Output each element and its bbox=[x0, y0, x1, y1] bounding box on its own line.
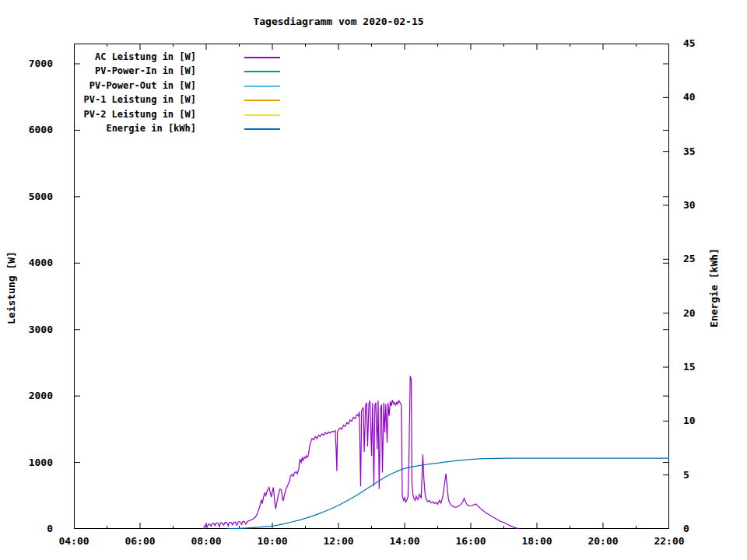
y1-tick-label: 3000 bbox=[6, 324, 53, 335]
x-tick-label: 08:00 bbox=[183, 535, 230, 547]
legend-line-sample bbox=[244, 71, 280, 72]
legend-line-sample bbox=[244, 114, 280, 116]
legend-row: PV-1 Leistung in [W] bbox=[30, 94, 286, 107]
x-tick-label: 12:00 bbox=[315, 535, 362, 547]
x-tick-label: 18:00 bbox=[514, 535, 560, 547]
legend-label: PV-2 Leistung in [W] bbox=[30, 109, 196, 120]
legend-line-sample bbox=[244, 128, 280, 130]
y1-tick-label: 5000 bbox=[6, 191, 53, 202]
legend-row: PV-Power-In in [W] bbox=[30, 65, 286, 78]
x-tick-label: 06:00 bbox=[117, 535, 163, 547]
legend-label: AC Leistung in [W] bbox=[30, 51, 196, 62]
y2-tick-label: 10 bbox=[683, 415, 730, 426]
y-axis-label: Leistung [W] bbox=[5, 210, 18, 366]
legend-label: Energie in [kWh] bbox=[30, 123, 196, 134]
y2-tick-label: 0 bbox=[683, 523, 730, 534]
y2-tick-label: 45 bbox=[683, 37, 730, 49]
legend-line-sample bbox=[244, 100, 280, 101]
x-tick-label: 10:00 bbox=[249, 535, 296, 547]
x-tick-label: 22:00 bbox=[646, 535, 693, 547]
legend-row: PV-Power-Out in [W] bbox=[30, 80, 286, 93]
legend-label: PV-1 Leistung in [W] bbox=[30, 94, 196, 105]
x-tick-label: 04:00 bbox=[51, 535, 97, 547]
y1-tick-label: 2000 bbox=[6, 390, 53, 401]
legend-row: PV-2 Leistung in [W] bbox=[30, 109, 286, 121]
y1-tick-label: 1000 bbox=[6, 457, 53, 468]
y2-tick-label: 30 bbox=[683, 199, 730, 211]
series-y1 bbox=[204, 376, 519, 530]
y1-tick-label: 0 bbox=[6, 523, 53, 534]
legend-label: PV-Power-In in [W] bbox=[30, 65, 196, 76]
legend-line-sample bbox=[244, 57, 280, 58]
y1-tick-label: 4000 bbox=[6, 257, 53, 268]
y2-axis-label: Energie [kWh] bbox=[708, 210, 721, 366]
y2-tick-label: 25 bbox=[683, 253, 730, 264]
y2-tick-label: 35 bbox=[683, 145, 730, 157]
y2-tick-label: 20 bbox=[683, 307, 730, 319]
legend-line-sample bbox=[244, 86, 280, 87]
x-tick-label: 20:00 bbox=[580, 535, 626, 547]
y2-tick-label: 5 bbox=[683, 469, 730, 481]
legend-row: Energie in [kWh] bbox=[30, 123, 286, 135]
chart-title: Tagesdiagramm vom 2020-02-15 bbox=[0, 16, 677, 27]
legend-row: AC Leistung in [W] bbox=[30, 51, 286, 64]
legend-label: PV-Power-Out in [W] bbox=[30, 80, 196, 91]
y2-tick-label: 15 bbox=[683, 361, 730, 373]
y2-tick-label: 40 bbox=[683, 91, 730, 103]
chart-canvas: Tagesdiagramm vom 2020-02-15 Leistung [W… bbox=[0, 0, 747, 560]
x-tick-label: 16:00 bbox=[447, 535, 494, 547]
x-tick-label: 14:00 bbox=[381, 535, 428, 547]
